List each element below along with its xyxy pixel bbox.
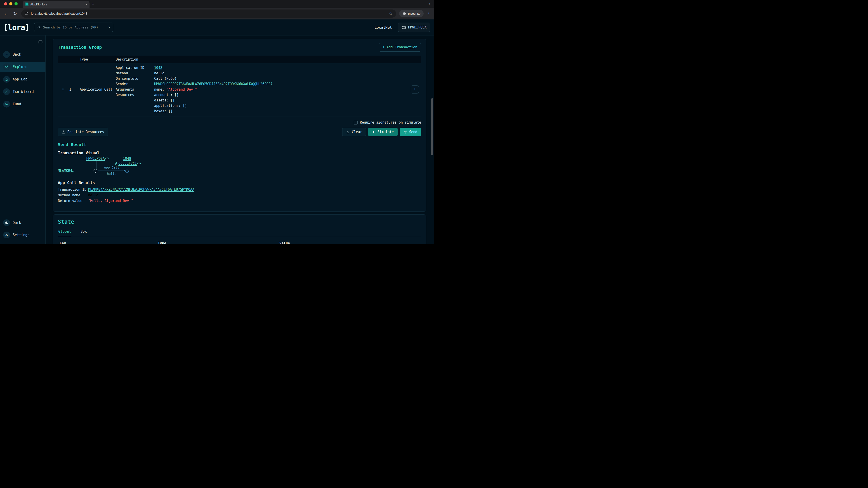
browser-reload-icon[interactable]: ↻ (12, 11, 18, 16)
resource-assets: assets: [] (154, 98, 187, 103)
sidebar-item-explore[interactable]: Explore (0, 62, 45, 72)
row-index: 1 (68, 88, 77, 92)
incognito-label: Incognito (408, 12, 421, 15)
wallet-icon (402, 25, 406, 30)
transaction-group-panel: Transaction Group + Add Transaction Type… (53, 39, 426, 212)
browser-tab[interactable]: AlgoKit - lora × (23, 1, 90, 8)
tab-box[interactable]: Box (80, 230, 87, 236)
wallet-address: HMWD…PQSA (408, 25, 427, 29)
table-row: ⠿ 1 Application Call Application ID 1048… (58, 63, 421, 117)
flask-icon (3, 76, 10, 83)
bookmark-star-icon[interactable]: ☆ (389, 11, 393, 16)
minimize-window-button[interactable] (9, 2, 12, 5)
graph-arrow-line (98, 170, 125, 171)
group-badge: 2 (137, 162, 141, 165)
sidebar-collapse-icon[interactable] (38, 40, 43, 44)
graph-sender-link[interactable]: HMWD…PQSA1 (86, 157, 108, 161)
field-key: Arguments (116, 87, 154, 92)
lora-logo[interactable]: [lora] (4, 23, 29, 32)
sidebar-theme-label: Dark (13, 221, 21, 225)
sidebar-item-fund[interactable]: Fund (0, 99, 45, 109)
new-tab-button[interactable]: + (90, 1, 96, 8)
network-selector[interactable]: LocalNet (375, 25, 392, 30)
transaction-visual-graph: HMWD…PQSA1 1048 O6JJ…F7CI2 (58, 156, 421, 179)
result-key: Return value (58, 198, 88, 204)
coins-icon (3, 101, 10, 107)
main-content: Transaction Group + Add Transaction Type… (46, 35, 434, 244)
browser-menu-icon[interactable]: ⋮ (427, 11, 431, 16)
search-clear-icon[interactable]: × (108, 25, 110, 29)
wallet-button[interactable]: HMWD…PQSA (398, 23, 430, 32)
txn-wizard-icon (3, 88, 10, 95)
sidebar-item-settings[interactable]: ⚙ Settings (0, 230, 45, 240)
field-key: Resources (116, 92, 154, 114)
sidebar-app-lab-label: App Lab (13, 77, 27, 81)
require-signatures-label: Require signatures on simulate (360, 121, 421, 125)
browser-back-icon[interactable]: ← (3, 11, 9, 16)
address-bar[interactable]: lora.algokit.io/localnet/application/104… (21, 9, 396, 18)
row-description: Application ID 1048 Method hello On comp… (114, 65, 408, 114)
method-name-value: hello (88, 193, 98, 198)
tab-title: AlgoKit - lora (30, 3, 84, 6)
incognito-badge: Incognito (399, 10, 424, 18)
tab-favicon-icon (25, 2, 29, 6)
url-text[interactable]: lora.algokit.io/localnet/application/104… (31, 12, 386, 15)
sidebar-back-label: Back (13, 53, 21, 57)
search-input[interactable] (43, 26, 106, 29)
return-value: "Hello, Algorand Dev!" (88, 198, 133, 204)
clear-button[interactable]: Clear (342, 128, 366, 136)
global-search[interactable]: × (34, 23, 113, 32)
state-column-value: Value (279, 241, 421, 244)
graph-app-link[interactable]: 1048 (123, 157, 131, 161)
column-description: Description (114, 57, 408, 61)
row-type: Application Call (77, 88, 114, 92)
sidebar-settings-label: Settings (13, 233, 30, 237)
argument-value: "Algorand Dev!" (166, 88, 197, 92)
field-key: Method (116, 70, 154, 76)
send-result-title: Send Result (58, 142, 421, 147)
download-icon (62, 130, 65, 134)
require-signatures-checkbox[interactable] (354, 121, 358, 125)
application-id-link[interactable]: 1048 (154, 65, 162, 70)
sender-link[interactable]: HMWDSHQCOPD2T36WBAHLAZ6PO5GDJJZBN4D2TODK… (154, 81, 273, 87)
populate-resources-button[interactable]: Populate Resources (58, 128, 108, 136)
paper-plane-icon (404, 130, 407, 134)
moon-icon (3, 219, 10, 226)
screen: AlgoKit - lora × + ∨ ← ↻ lora.algokit.io… (0, 0, 434, 244)
close-window-button[interactable] (4, 2, 7, 5)
sidebar-explore-label: Explore (13, 65, 27, 69)
sidebar-item-back[interactable]: ← Back (0, 50, 45, 59)
incognito-icon (402, 12, 406, 15)
table-header: Type Description (58, 56, 421, 63)
field-key: Sender (116, 81, 154, 87)
sidebar-item-app-lab[interactable]: App Lab (0, 74, 45, 84)
browser-toolbar: ← ↻ lora.algokit.io/localnet/application… (0, 8, 434, 20)
scrollbar-thumb[interactable] (431, 98, 433, 155)
transaction-id-link[interactable]: MLAMKB4ANXZ5NA2XY7ZNF3EAIROHVWPAB4A7CLT6… (88, 187, 194, 193)
drag-handle-icon[interactable]: ⠿ (58, 88, 68, 92)
app-call-results-title: App Call Results (58, 181, 421, 185)
simulate-button[interactable]: Simulate (368, 128, 398, 136)
chevron-down-icon[interactable]: ∨ (428, 2, 430, 5)
transaction-visual-title: Transaction Visual (58, 151, 421, 155)
field-key: On complete (116, 76, 154, 81)
window-controls[interactable] (4, 2, 18, 5)
sidebar: ← Back Explore (0, 35, 46, 244)
tab-close-icon[interactable]: × (86, 3, 87, 6)
result-key: Method name (58, 193, 88, 198)
sidebar-txn-wizard-label: Txn Wizard (13, 90, 34, 94)
send-button[interactable]: Send (400, 128, 421, 136)
sender-badge: 1 (105, 157, 108, 160)
sidebar-item-txn-wizard[interactable]: Txn Wizard (0, 87, 45, 97)
graph-group-link[interactable]: O6JJ…F7CI2 (114, 162, 141, 166)
on-complete-value: Call (NoOp) (154, 76, 177, 81)
row-menu-button[interactable]: ⋮ (411, 86, 419, 94)
sidebar-item-theme[interactable]: Dark (0, 218, 45, 228)
add-transaction-button[interactable]: + Add Transaction (379, 43, 421, 52)
site-settings-icon[interactable] (25, 12, 29, 15)
back-arrow-icon: ← (3, 51, 10, 58)
graph-txn-link[interactable]: MLAMKB4… (58, 169, 74, 173)
graph-arrowhead (124, 170, 125, 172)
tab-global[interactable]: Global (58, 230, 71, 236)
zoom-window-button[interactable] (14, 2, 18, 5)
